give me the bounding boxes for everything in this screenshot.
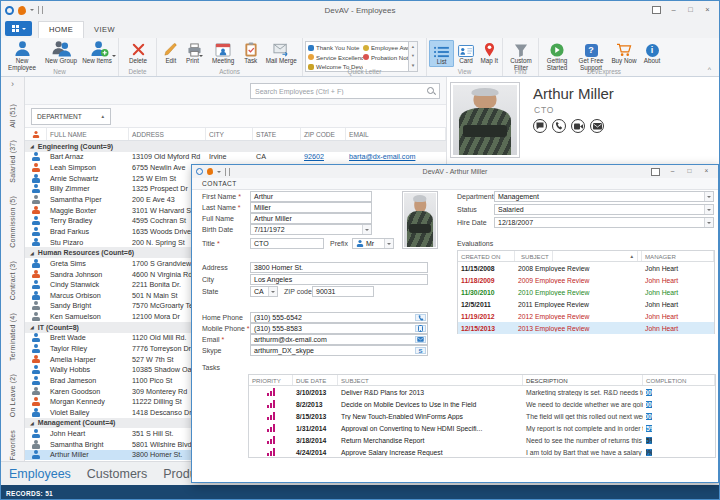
column-header-due-date[interactable]: DUE DATE	[293, 375, 338, 385]
qat-dropdown-icon[interactable]	[217, 171, 221, 175]
video-icon[interactable]	[571, 119, 585, 133]
list-view-button[interactable]: List	[429, 40, 454, 67]
column-header-created-on[interactable]: CREATED ON	[458, 251, 515, 261]
dropdown-icon[interactable]	[704, 218, 713, 227]
column-header-zip[interactable]: ZIP CODE	[301, 128, 346, 140]
title-field[interactable]: CTO	[250, 238, 324, 249]
task-row[interactable]: 3/10/2013 Deliver R&D Plans for 2013 Mar…	[249, 386, 715, 398]
task-row[interactable]: 8/15/2013 Try New Touch-Enabled WinForms…	[249, 410, 715, 422]
task-row[interactable]: 4/24/2014 Approve Salary Increase Reques…	[249, 446, 715, 458]
qat-customize-icon[interactable]	[38, 6, 43, 14]
evaluation-row[interactable]: 11/15/2008 2008 Employee Review John Hea…	[458, 262, 714, 274]
gallery-scroll-down-icon[interactable]: ▾	[412, 54, 414, 59]
column-header-priority[interactable]: PRIORITY	[249, 375, 293, 385]
evaluation-row[interactable]: 11/19/2012 2012 Employee Review John Hea…	[458, 310, 714, 322]
mail-merge-button[interactable]: Mail Merge	[262, 40, 301, 65]
edit-button[interactable]: Edit	[159, 40, 183, 65]
mobile-phone-field[interactable]: (310) 555-8583	[250, 323, 428, 334]
evaluation-row[interactable]: 12/5/2011 2011 Employee Review John Hear…	[458, 298, 714, 310]
column-header-completion[interactable]: COMPLETION	[643, 375, 715, 385]
email-icon[interactable]	[590, 119, 604, 133]
tab-customers[interactable]: Customers	[87, 467, 147, 481]
task-row[interactable]: 8/2/2013 Decide on Mobile Devices to Use…	[249, 398, 715, 410]
dropdown-icon[interactable]	[384, 239, 393, 248]
card-view-button[interactable]: Card	[454, 40, 477, 65]
map-it-button[interactable]: Map It	[478, 40, 501, 65]
column-header-address[interactable]: ADDRESS	[129, 128, 206, 140]
mobile-phone-icon[interactable]	[415, 325, 426, 332]
minimize-icon[interactable]: –	[665, 167, 680, 177]
new-group-button[interactable]: New Group	[41, 40, 81, 65]
about-button[interactable]: i About	[639, 40, 665, 65]
email-field[interactable]: arthurm@dx-email.com	[250, 334, 428, 345]
display-options-icon[interactable]	[649, 4, 664, 16]
evaluation-row[interactable]: 12/15/2013 2013 Employee Review John Hea…	[458, 322, 714, 334]
group-expand-icon[interactable]: ◢	[30, 143, 34, 149]
column-header-state[interactable]: STATE	[253, 128, 301, 140]
dropdown-icon[interactable]	[362, 225, 371, 234]
qat-customize-icon[interactable]	[225, 168, 230, 176]
dropdown-icon[interactable]	[704, 192, 713, 201]
sidebar-item-all[interactable]: All (51)	[9, 104, 16, 128]
home-phone-field[interactable]: (310) 555-6542	[250, 312, 428, 323]
employee-type-column-header[interactable]	[25, 128, 47, 140]
display-options-icon[interactable]	[648, 167, 663, 177]
evaluation-row[interactable]: 11/18/2009 2009 Employee Review John Hea…	[458, 274, 714, 286]
quick-letter-item[interactable]: Thank You Note	[308, 43, 363, 53]
prefix-field[interactable]: Mr	[352, 238, 394, 249]
column-header-email[interactable]: EMAIL	[346, 128, 446, 140]
sidebar-item-terminated[interactable]: Terminated (4)	[9, 313, 16, 361]
department-field[interactable]: Management	[494, 191, 714, 202]
task-row[interactable]: 1/31/2014 Approval on Converting to New …	[249, 422, 715, 434]
status-field[interactable]: Salaried	[494, 204, 714, 215]
tab-employees[interactable]: Employees	[9, 467, 71, 481]
sidebar-item-favorites[interactable]: Favorites	[9, 430, 16, 461]
maximize-icon[interactable]: □	[683, 4, 698, 16]
close-icon[interactable]: ×	[700, 4, 715, 16]
employee-row[interactable]: ◢ Bart Arnaz 13109 Old Myford Rd Irvine …	[25, 152, 446, 163]
city-field[interactable]: Los Angeles	[250, 274, 428, 285]
buy-now-button[interactable]: Buy Now	[609, 40, 639, 65]
meeting-button[interactable]: Meeting	[206, 40, 240, 65]
evaluation-row[interactable]: 11/30/2010 2010 Employee Review John Hea…	[458, 286, 714, 298]
print-button[interactable]: Print	[183, 40, 207, 65]
column-header-manager[interactable]: MANAGER	[642, 251, 714, 261]
app-menu-button[interactable]	[5, 21, 32, 36]
tab-contact[interactable]: CONTACT	[202, 180, 237, 187]
skype-icon[interactable]: S	[415, 347, 426, 354]
tab-home[interactable]: HOME	[38, 21, 84, 38]
send-email-icon[interactable]	[415, 336, 426, 343]
task-row[interactable]: 3/18/2014 Return Merchandise Report Need…	[249, 434, 715, 446]
full-name-field[interactable]: Arthur Miller	[250, 213, 372, 224]
column-header-city[interactable]: CITY	[206, 128, 253, 140]
phone-icon[interactable]	[552, 119, 566, 133]
group-expand-icon[interactable]: ◢	[30, 420, 34, 426]
dropdown-icon[interactable]	[268, 287, 277, 296]
ribbon-collapse-icon[interactable]: ^	[708, 66, 711, 73]
maximize-icon[interactable]: □	[682, 167, 697, 177]
search-input[interactable]	[251, 88, 426, 95]
chat-icon[interactable]	[533, 119, 547, 133]
qat-dropdown-icon[interactable]	[30, 9, 34, 13]
skype-field[interactable]: arthurm_DX_skype S	[250, 345, 428, 356]
group-by-department-button[interactable]: DEPARTMENT ▲	[31, 108, 111, 125]
gallery-scroll-up-icon[interactable]: ▴	[412, 45, 414, 50]
search-icon[interactable]	[426, 86, 436, 96]
tab-view[interactable]: VIEW	[84, 22, 125, 38]
sidebar-item-salaried[interactable]: Salaried (37)	[9, 140, 16, 183]
birth-date-field[interactable]: 7/11/1972	[250, 224, 372, 235]
new-items-button[interactable]: New Items	[81, 40, 117, 65]
hire-date-field[interactable]: 12/18/2007	[494, 217, 714, 228]
column-header-description[interactable]: DESCRIPTION	[523, 375, 643, 385]
column-header-subject[interactable]: SUBJECT	[338, 375, 523, 385]
employee-row[interactable]: ◢ Engineering (Count=9)	[25, 141, 446, 152]
close-icon[interactable]: ×	[699, 167, 714, 177]
quick-letter-item[interactable]: Service Excellence	[308, 53, 363, 63]
quick-letter-item[interactable]: Employee Award	[363, 43, 408, 53]
group-expand-icon[interactable]: ◢	[30, 250, 34, 256]
group-expand-icon[interactable]: ◢	[30, 324, 34, 330]
last-name-field[interactable]: Miller	[250, 202, 372, 213]
dropdown-icon[interactable]	[704, 205, 713, 214]
sidebar-item-commission[interactable]: Commission (5)	[9, 196, 16, 248]
sidebar-item-on-leave[interactable]: On Leave (2)	[9, 374, 16, 417]
